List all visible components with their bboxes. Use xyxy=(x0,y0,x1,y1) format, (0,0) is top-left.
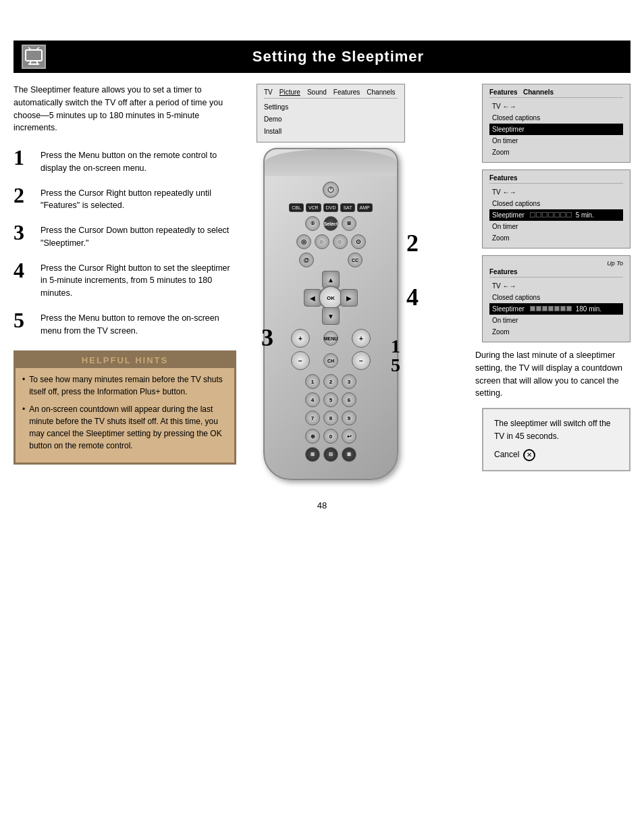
ms4-title: Features xyxy=(489,268,623,278)
nav-down[interactable]: ▼ xyxy=(322,307,340,325)
hint-item-2: An on-screen countdown will appear durin… xyxy=(22,403,227,452)
step-text-2: Press the Cursor Right button repeatedly… xyxy=(41,184,236,213)
middle-column: TV Picture Sound Features Channels Setti… xyxy=(243,84,419,480)
vol-down[interactable]: − xyxy=(291,351,310,370)
step-overlay-2: 2 xyxy=(406,229,419,257)
select-button[interactable]: Select xyxy=(323,216,338,231)
remote-top xyxy=(265,149,397,176)
at-button[interactable]: @ xyxy=(299,253,314,267)
btn-circle-2[interactable]: ○ xyxy=(315,234,329,249)
header-icon-box xyxy=(22,45,46,69)
ch-up[interactable]: + xyxy=(352,329,371,348)
ms4-sleeptimer: Sleeptimer 180 min. xyxy=(489,303,623,315)
btn-6[interactable]: 6 xyxy=(342,392,356,407)
ch-down[interactable]: − xyxy=(352,351,371,370)
btn-3[interactable]: 3 xyxy=(342,374,356,389)
ms3-sleeptimer: Sleeptimer 5 min. xyxy=(489,209,623,221)
progress-blocks xyxy=(530,212,572,217)
power-button[interactable] xyxy=(323,182,339,198)
numpad: 1 2 3 4 5 6 7 8 9 ⊕ xyxy=(275,374,387,462)
btn-1[interactable]: 1 xyxy=(305,374,320,389)
vol-ch-section: + MENU + 3 1 5 − CH xyxy=(275,329,387,370)
cbl-button[interactable]: CBL xyxy=(289,203,304,212)
btn-extra1[interactable]: ⊞ xyxy=(305,447,320,462)
btn-5[interactable]: 5 xyxy=(323,392,338,407)
btn-1c[interactable]: ⊞ xyxy=(342,216,356,231)
btn-circle-1[interactable]: ◎ xyxy=(296,234,311,249)
btn-circle-4[interactable]: ⊙ xyxy=(351,234,366,249)
dvd-button[interactable]: DVD xyxy=(323,203,339,212)
nav-right[interactable]: ▶ xyxy=(340,289,358,307)
progress-blocks-180 xyxy=(530,306,572,311)
btn-0[interactable]: 0 xyxy=(323,429,338,444)
tv-icon xyxy=(24,47,43,66)
step-number-2: 2 xyxy=(14,184,35,206)
ms2-on-timer: On timer xyxy=(489,135,623,147)
sat-button[interactable]: SAT xyxy=(340,203,354,212)
source-row: CBL VCR DVD SAT AMP xyxy=(275,203,387,212)
power-icon xyxy=(327,186,335,194)
remote-control: 2 4 CBL VCR D xyxy=(263,148,398,480)
step-text-4: Press the Cursor Right button to set the… xyxy=(41,259,236,300)
helpful-hints-box: HELPFUL HINTS To see how many minutes re… xyxy=(14,350,236,465)
row-at-cc: @ CC xyxy=(275,253,387,267)
step-item-3: 3 Press the Cursor Down button repeatedl… xyxy=(14,221,236,250)
step-item-5: 5 Press the Menu button to remove the on… xyxy=(14,309,236,338)
step-text-3: Press the Cursor Down button repeatedly … xyxy=(41,221,236,250)
nav-cross-container: ▲ ◀ OK ▶ ▼ xyxy=(304,271,358,325)
ms2-title: Features Channels xyxy=(489,88,623,98)
btn-extra2[interactable]: ⊟ xyxy=(323,447,338,462)
page-header: Setting the Sleeptimer xyxy=(14,41,630,73)
cancel-label: Cancel xyxy=(494,448,519,461)
ms3-on-timer: On timer xyxy=(489,221,623,232)
ms3-closed-captions: Closed captions xyxy=(489,198,623,209)
hint-item-1: To see how many minutes remain before th… xyxy=(22,373,227,398)
ms4-closed-captions: Closed captions xyxy=(489,292,623,303)
remote-body: CBL VCR DVD SAT AMP ① Select ⊞ ◎ ○ ○ xyxy=(263,148,398,480)
btn-8[interactable]: 8 xyxy=(323,411,338,425)
intro-text: The Sleeptimer feature allows you to set… xyxy=(14,84,236,134)
step-number-4: 4 xyxy=(14,259,35,281)
btn-extra3[interactable]: ⊠ xyxy=(342,447,356,462)
btn-4[interactable]: 4 xyxy=(305,392,320,407)
row-circle-btns: ◎ ○ ○ ⊙ xyxy=(275,234,387,249)
menu-left-1: Settings Demo Install xyxy=(264,101,398,138)
ch-button[interactable]: CH xyxy=(323,353,338,368)
ms2-sleeptimer: Sleeptimer xyxy=(489,124,623,135)
right-description: During the last minute of a sleeptimer s… xyxy=(475,349,630,400)
step-overlay-3: 3 xyxy=(261,323,273,352)
cancel-icon[interactable]: ✕ xyxy=(523,449,535,461)
ok-button[interactable]: OK xyxy=(319,286,343,310)
ms4-tv: TV ←→ xyxy=(489,280,623,292)
step-overlay-5: 5 xyxy=(391,355,400,376)
btn-2[interactable]: 2 xyxy=(323,374,338,389)
vol-up[interactable]: + xyxy=(291,329,310,348)
step-number-3: 3 xyxy=(14,221,35,243)
btn-7[interactable]: 7 xyxy=(305,411,320,425)
countdown-text: The sleeptimer will switch off the TV in… xyxy=(494,417,618,443)
countdown-dialog: The sleeptimer will switch off the TV in… xyxy=(482,408,630,471)
btn-star[interactable]: ⊕ xyxy=(305,429,320,444)
step-text-5: Press the Menu button to remove the on-s… xyxy=(41,309,236,338)
amp-button[interactable]: AMP xyxy=(357,203,373,212)
btn-hash[interactable]: ↩ xyxy=(342,429,356,444)
ms3-zoom: Zoom xyxy=(489,232,623,244)
step-item-4: 4 Press the Cursor Right button to set t… xyxy=(14,259,236,300)
menu-tabs-1: TV Picture Sound Features Channels xyxy=(264,88,398,99)
ms2-zoom: Zoom xyxy=(489,147,623,158)
btn-1a[interactable]: ① xyxy=(305,216,320,231)
btn-circle-3[interactable]: ○ xyxy=(333,234,348,249)
step-item-1: 1 Press the Menu button on the remote co… xyxy=(14,147,236,175)
ms4-on-timer: On timer xyxy=(489,315,623,326)
btn-9[interactable]: 9 xyxy=(342,411,356,425)
menu-button[interactable]: MENU xyxy=(323,331,338,346)
cc-button[interactable]: CC xyxy=(348,253,363,267)
tv-menu-screen1: TV Picture Sound Features Channels Setti… xyxy=(257,84,405,142)
power-row xyxy=(275,182,387,198)
steps-list: 1 Press the Menu button on the remote co… xyxy=(14,147,236,337)
step-number-1: 1 xyxy=(14,147,35,168)
menu-screen-4: Up To Features TV ←→ Closed captions Sle… xyxy=(482,255,630,342)
vcr-button[interactable]: VCR xyxy=(306,203,321,212)
menu-screen-2: Features Channels TV ←→ Closed captions … xyxy=(482,84,630,163)
step-number-5: 5 xyxy=(14,309,35,331)
